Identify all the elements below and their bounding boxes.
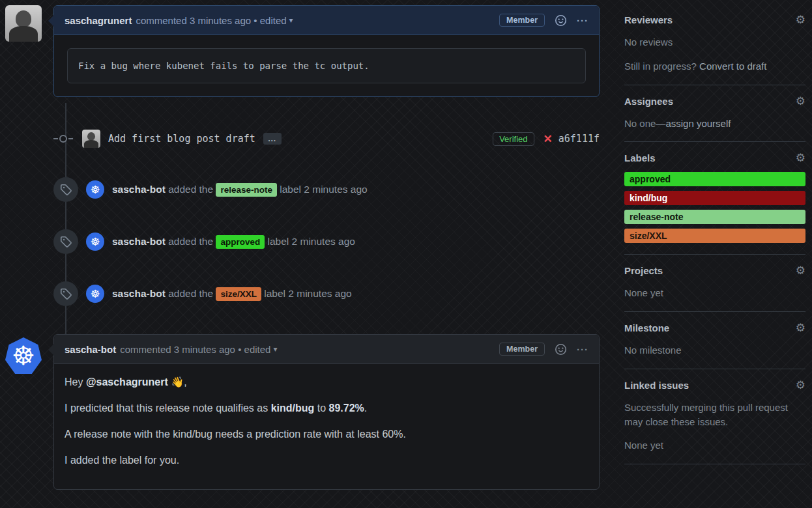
kebab-menu-button[interactable]: ··· <box>577 344 588 355</box>
labels-heading: Labels <box>624 152 656 163</box>
gear-icon[interactable]: ⚙ <box>796 322 805 333</box>
sidebar-section-labels: Labels ⚙ approved kind/bug release-note … <box>624 152 805 243</box>
label-size-xxl[interactable]: size/XXL <box>624 229 805 243</box>
linked-issues-empty-text: None yet <box>624 438 805 453</box>
mention-link[interactable]: @saschagrunert <box>86 376 168 388</box>
reviewers-heading: Reviewers <box>624 14 673 25</box>
comment-saschagrunert: saschagrunert commented 3 minutes ago • … <box>53 5 600 97</box>
assignees-heading: Assignees <box>624 96 673 107</box>
sidebar-divider <box>624 141 805 142</box>
avatar-sascha-bot[interactable]: ☸ <box>5 337 42 374</box>
member-badge: Member <box>499 14 545 27</box>
tag-icon <box>53 177 78 202</box>
event-actor-avatar[interactable]: ☸ <box>86 285 104 303</box>
status-failed-x-icon[interactable]: ✕ <box>544 132 553 146</box>
commit-author-avatar[interactable] <box>82 130 100 148</box>
timeline-column: ☸ saschagrunert commented 3 minutes ago … <box>0 0 600 508</box>
commit-expand-button[interactable]: … <box>263 133 282 145</box>
commit-message-link[interactable]: Add first blog post draft <box>108 133 255 145</box>
sidebar-section-reviewers: Reviewers ⚙ No reviews Still in progress… <box>624 14 805 74</box>
event-actor-avatar[interactable]: ☸ <box>86 180 104 199</box>
event-actor-link[interactable]: sascha-bot <box>112 236 166 247</box>
gear-icon[interactable]: ⚙ <box>796 265 805 276</box>
comment-header: saschagrunert commented 3 minutes ago • … <box>54 6 599 35</box>
sidebar-divider <box>624 85 805 85</box>
pull-request-conversation: ☸ saschagrunert commented 3 minutes ago … <box>0 0 812 508</box>
milestone-heading: Milestone <box>624 322 669 333</box>
projects-heading: Projects <box>624 265 663 276</box>
gear-icon[interactable]: ⚙ <box>796 380 805 391</box>
assign-yourself-link[interactable]: assign yourself <box>665 118 731 129</box>
label-kind-bug[interactable]: kind/bug <box>624 191 805 205</box>
label-approved[interactable]: approved <box>624 172 805 186</box>
git-commit-icon <box>53 135 73 143</box>
kebab-menu-button[interactable]: ··· <box>577 15 588 26</box>
comment-sascha-bot: sascha-bot commented 3 minutes ago • edi… <box>53 334 600 490</box>
add-reaction-button[interactable] <box>555 344 566 355</box>
commit-sha-link[interactable]: a6f111f <box>558 133 600 145</box>
smiley-icon <box>555 344 566 355</box>
commit-event-row: Add first blog post draft … Verified ✕ a… <box>53 127 600 150</box>
sidebar-divider <box>624 369 805 369</box>
linked-issues-heading: Linked issues <box>624 380 689 391</box>
add-reaction-button[interactable] <box>555 15 566 26</box>
label-event-row: ☸ sascha-bot added the release-note labe… <box>53 176 600 203</box>
greeting-paragraph: Hey @saschagrunert 👋, <box>65 374 588 390</box>
edited-dropdown-caret[interactable]: ▾ <box>289 16 293 25</box>
sidebar: Reviewers ⚙ No reviews Still in progress… <box>624 0 805 508</box>
event-label-pill[interactable]: release-note <box>216 183 277 197</box>
sidebar-section-milestone: Milestone ⚙ No milestone <box>624 322 805 358</box>
author-link[interactable]: sascha-bot <box>65 344 116 355</box>
no-reviews-text: No reviews <box>624 35 805 49</box>
comment-body: Hey @saschagrunert 👋, I predicted that t… <box>54 364 599 489</box>
sidebar-section-linked-issues: Linked issues ⚙ Successfully merging thi… <box>624 380 805 453</box>
kubernetes-wheel-icon: ☸ <box>12 343 35 369</box>
projects-empty-text: None yet <box>624 286 805 300</box>
gear-icon[interactable]: ⚙ <box>796 152 805 163</box>
comment-timestamp: commented 3 minutes ago • edited <box>136 15 286 26</box>
prediction-paragraph: I predicted that this release note quali… <box>65 401 588 416</box>
sidebar-divider <box>624 311 805 312</box>
comment-timestamp: commented 3 minutes ago • edited <box>120 344 270 355</box>
sidebar-section-assignees: Assignees ⚙ No one—assign yourself <box>624 96 805 131</box>
sidebar-divider <box>624 464 805 464</box>
label-release-note[interactable]: release-note <box>624 210 805 224</box>
author-link[interactable]: saschagrunert <box>65 15 132 26</box>
avatar-photo <box>16 10 31 27</box>
avatar-saschagrunert[interactable] <box>5 5 42 42</box>
linked-issues-description: Successfully merging this pull request m… <box>624 401 805 429</box>
sidebar-divider <box>624 254 805 255</box>
gear-icon[interactable]: ⚙ <box>796 14 805 25</box>
sidebar-section-projects: Projects ⚙ None yet <box>624 265 805 300</box>
comment-body: Fix a bug where kubenet fails to parse t… <box>54 35 599 96</box>
label-event-row: ☸ sascha-bot added the approved label 2 … <box>53 229 600 255</box>
rule-paragraph: A release note with the kind/bug needs a… <box>65 427 588 442</box>
member-badge: Member <box>499 343 545 356</box>
label-event-row: ☸ sascha-bot added the size/XXL label 2 … <box>53 281 600 307</box>
event-actor-link[interactable]: sascha-bot <box>112 184 166 195</box>
smiley-icon <box>555 15 566 26</box>
comment-header: sascha-bot commented 3 minutes ago • edi… <box>54 335 599 364</box>
milestone-empty-text: No milestone <box>624 343 805 358</box>
convert-to-draft-link[interactable]: Convert to draft <box>699 61 766 72</box>
event-actor-link[interactable]: sascha-bot <box>112 288 166 299</box>
event-label-pill[interactable]: size/XXL <box>216 287 261 301</box>
tag-icon <box>53 229 78 254</box>
event-actor-avatar[interactable]: ☸ <box>86 233 104 251</box>
edited-dropdown-caret[interactable]: ▾ <box>273 345 277 354</box>
closing-paragraph: I added the label for you. <box>65 453 588 468</box>
tag-icon <box>53 281 78 306</box>
code-block: Fix a bug where kubenet fails to parse t… <box>67 48 586 83</box>
verified-badge[interactable]: Verified <box>493 132 534 146</box>
gear-icon[interactable]: ⚙ <box>796 96 805 107</box>
event-label-pill[interactable]: approved <box>216 235 265 249</box>
